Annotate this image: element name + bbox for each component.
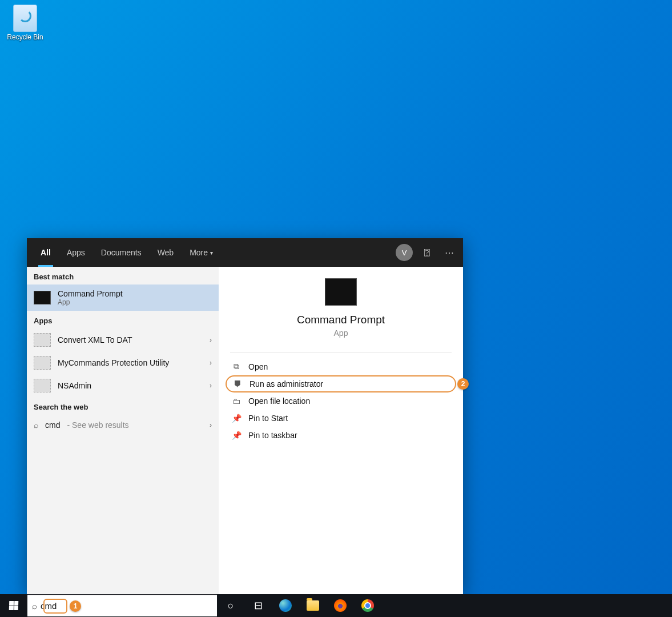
app-icon	[34, 379, 51, 392]
search-input[interactable]	[41, 601, 212, 611]
pin-icon: 📌	[231, 414, 242, 423]
action-label: Open file location	[248, 396, 310, 406]
command-prompt-icon	[34, 291, 51, 305]
file-explorer[interactable]	[299, 594, 327, 617]
action-open-file-location[interactable]: 🗀 Open file location	[226, 392, 456, 410]
tab-more-label: More	[190, 248, 208, 257]
windows-logo-icon	[9, 601, 19, 610]
result-convert-xml[interactable]: Convert XML To DAT ›	[27, 328, 219, 351]
taskbar: ⌕ 1 ○ ⊟	[0, 594, 672, 617]
firefox-browser[interactable]	[327, 594, 354, 617]
tab-all[interactable]: All	[33, 238, 59, 267]
task-view-button[interactable]: ⊟	[244, 594, 272, 617]
chevron-right-icon: ›	[210, 359, 212, 367]
search-icon: ⌕	[32, 601, 37, 611]
result-nsadmin[interactable]: NSAdmin ›	[27, 374, 219, 397]
divider	[230, 352, 452, 353]
chrome-browser[interactable]	[354, 594, 381, 617]
pin-icon: 📌	[231, 431, 242, 440]
shield-icon: ⛊	[232, 379, 243, 388]
web-suffix-text: - See web results	[67, 420, 128, 430]
tab-documents[interactable]: Documents	[93, 238, 150, 267]
edge-icon	[279, 599, 292, 612]
result-mycommands[interactable]: MyCommands Protection Utility ›	[27, 351, 219, 374]
recycle-bin-icon	[13, 5, 37, 32]
web-query-text: cmd	[45, 420, 60, 430]
section-best-match: Best match	[27, 267, 219, 285]
tab-more[interactable]: More ▾	[182, 238, 221, 267]
action-label: Run as administrator	[250, 379, 323, 388]
app-icon	[34, 333, 51, 347]
start-search-panel: All Apps Documents Web More ▾ V ⍰ ⋯ Best…	[27, 238, 463, 594]
result-title: Command Prompt	[58, 289, 123, 298]
chevron-right-icon: ›	[210, 382, 212, 390]
result-title: MyCommands Protection Utility	[58, 358, 169, 367]
action-open[interactable]: ⧉ Open	[226, 358, 456, 375]
action-label: Pin to taskbar	[248, 431, 297, 440]
annotation-badge-2: 2	[457, 378, 469, 390]
action-run-as-administrator[interactable]: ⛊ Run as administrator 2	[226, 375, 456, 392]
tab-apps[interactable]: Apps	[59, 238, 93, 267]
taskbar-search[interactable]: ⌕ 1	[27, 595, 217, 616]
open-icon: ⧉	[231, 362, 242, 371]
action-label: Pin to Start	[248, 414, 288, 423]
edge-browser[interactable]	[272, 594, 299, 617]
result-title: NSAdmin	[58, 381, 91, 390]
more-options-icon[interactable]: ⋯	[441, 244, 457, 262]
search-tabs: All Apps Documents Web More ▾	[33, 238, 221, 267]
action-label: Open	[248, 362, 268, 371]
cortana-button[interactable]: ○	[217, 594, 244, 617]
search-header: All Apps Documents Web More ▾ V ⍰ ⋯	[27, 238, 463, 267]
folder-icon	[307, 600, 319, 611]
chrome-icon	[361, 599, 374, 612]
folder-location-icon: 🗀	[231, 396, 242, 406]
result-title: Convert XML To DAT	[58, 335, 132, 344]
user-avatar[interactable]: V	[396, 244, 413, 261]
annotation-badge-1: 1	[70, 600, 81, 612]
rewards-icon[interactable]: ⍰	[421, 244, 433, 261]
chevron-down-icon: ▾	[210, 250, 213, 256]
app-icon	[34, 356, 51, 370]
result-detail: Command Prompt App ⧉ Open ⛊ Run as admin…	[219, 267, 463, 594]
start-button[interactable]	[0, 594, 27, 617]
action-pin-to-start[interactable]: 📌 Pin to Start	[226, 410, 456, 427]
command-prompt-icon	[325, 278, 357, 306]
chevron-right-icon: ›	[210, 336, 212, 344]
action-pin-to-taskbar[interactable]: 📌 Pin to taskbar	[226, 427, 456, 444]
tab-web[interactable]: Web	[150, 238, 182, 267]
web-result-cmd[interactable]: ⌕ cmd - See web results ›	[27, 415, 219, 435]
section-web: Search the web	[27, 397, 219, 415]
result-subtitle: App	[58, 298, 123, 306]
firefox-icon	[334, 599, 347, 612]
detail-subtitle: App	[230, 328, 452, 338]
desktop-recycle-bin[interactable]: Recycle Bin	[5, 5, 46, 41]
section-apps: Apps	[27, 311, 219, 328]
results-list: Best match Command Prompt App Apps Conve…	[27, 267, 219, 594]
detail-title: Command Prompt	[230, 314, 452, 326]
recycle-bin-label: Recycle Bin	[5, 33, 46, 41]
search-icon: ⌕	[34, 420, 38, 430]
chevron-right-icon: ›	[210, 421, 212, 429]
result-command-prompt[interactable]: Command Prompt App	[27, 285, 219, 311]
